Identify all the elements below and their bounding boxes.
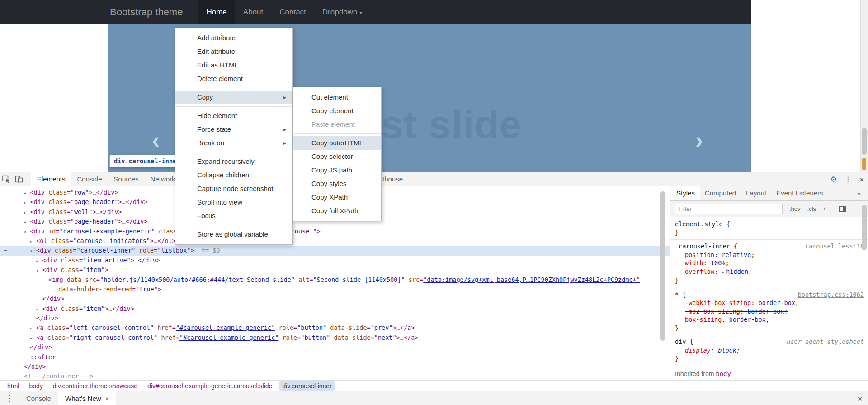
tree-row[interactable]: data-holder-rendered="true"> <box>0 285 670 294</box>
elements-scrollbar[interactable] <box>660 189 665 367</box>
node-link[interactable]: body <box>716 370 731 377</box>
close-drawer-icon[interactable]: × <box>857 394 863 403</box>
breadcrumb-item-body[interactable]: body <box>26 381 45 391</box>
sidebar-tab-styles[interactable]: Styles <box>671 186 700 200</box>
menu-item-scroll-into-view[interactable]: Scroll into view <box>175 195 292 209</box>
more-options-icon[interactable]: ⋮ <box>844 175 852 184</box>
menu-item-copy-outerhtml[interactable]: Copy outerHTML <box>293 136 381 150</box>
close-tab-icon[interactable]: × <box>105 391 109 405</box>
tree-row[interactable]: ▾<div id="carousel-example-generic" clas… <box>0 227 670 236</box>
collapsed-arrow-icon[interactable]: ▸ <box>30 237 36 246</box>
menu-item-store-as-global-variable[interactable]: Store as global variable <box>175 228 292 241</box>
css-property[interactable]: box-sizing: border-box; <box>675 315 857 324</box>
tree-row[interactable]: </div> <box>0 343 670 352</box>
css-property[interactable]: display: block; <box>675 346 857 355</box>
nav-item-home[interactable]: Home <box>198 0 235 24</box>
settings-gear-icon[interactable]: ⚙ <box>830 175 837 184</box>
class-toggle-button[interactable]: .cls <box>807 205 816 212</box>
menu-item-copy-js-path[interactable]: Copy JS path <box>293 163 381 177</box>
menu-item-edit-attribute[interactable]: Edit attribute <box>175 45 292 58</box>
tree-row[interactable]: ▸<a class="right carousel-control" href=… <box>0 333 670 343</box>
carousel-next-icon[interactable]: › <box>695 127 703 154</box>
sidebar-tab-layout[interactable]: Layout <box>741 186 771 200</box>
collapsed-arrow-icon[interactable]: ▸ <box>24 208 30 217</box>
css-property[interactable]: overflow: ▸hidden; <box>675 267 857 277</box>
breadcrumb-item-html[interactable]: html <box>5 381 22 391</box>
menu-item-break-on[interactable]: Break on▸ <box>175 136 292 150</box>
new-style-rule-button[interactable]: + <box>823 205 826 212</box>
styles-scrollbar-thumb[interactable] <box>862 205 867 250</box>
close-devtools-icon[interactable]: × <box>859 175 864 184</box>
menu-item-hide-element[interactable]: Hide element <box>175 109 292 123</box>
collapsed-arrow-icon[interactable]: ▸ <box>36 256 42 266</box>
collapsed-arrow-icon[interactable]: ▸ <box>24 198 30 207</box>
drawer-menu-icon[interactable]: ⋮ <box>0 394 19 403</box>
tree-row[interactable]: ▸<div class="item">…</div> <box>0 304 670 314</box>
tree-row[interactable]: <!-- /container --> <box>0 372 670 380</box>
menu-item-delete-element[interactable]: Delete element <box>175 72 292 86</box>
css-property[interactable]: -webkit-box-sizing: border-box; <box>675 299 857 307</box>
navbar-brand[interactable]: Bootstrap theme <box>110 0 183 24</box>
css-property[interactable]: -moz-box-sizing: border-box; <box>675 307 857 316</box>
tree-row[interactable]: </div> <box>0 294 670 304</box>
drawer-tab-what-s-new[interactable]: What's New× <box>58 391 116 405</box>
tree-row[interactable]: ▸<div class="item active">…</div> <box>0 256 670 265</box>
stylesheet-link[interactable]: bootstrap.css:1062 <box>798 291 864 299</box>
css-property[interactable]: position: relative; <box>675 251 857 259</box>
nav-item-dropdown[interactable]: Dropdown▾ <box>314 0 371 24</box>
tree-row[interactable]: ::after <box>0 353 670 362</box>
toggle-sidebar-pane-icon[interactable] <box>839 206 846 212</box>
more-sidebar-tabs-icon[interactable]: » <box>857 190 861 197</box>
collapsed-arrow-icon[interactable]: ▸ <box>30 334 36 343</box>
menu-item-add-attribute[interactable]: Add attribute <box>175 31 292 45</box>
page-scrollbar-thumb[interactable] <box>862 128 867 155</box>
expand-shorthand-icon[interactable]: ▸ <box>722 270 724 275</box>
collapsed-arrow-icon[interactable]: ▸ <box>24 217 30 227</box>
expanded-arrow-icon[interactable]: ▾ <box>30 246 36 256</box>
menu-item-collapse-children[interactable]: Collapse children <box>175 168 292 182</box>
tree-row[interactable]: </div> <box>0 362 670 372</box>
menu-item-focus[interactable]: Focus <box>175 209 292 223</box>
menu-item-copy-xpath[interactable]: Copy XPath <box>293 191 381 204</box>
breadcrumb-item-div-carousel-example-generic-carousel-slide[interactable]: div#carousel-example-generic.carousel.sl… <box>145 381 275 391</box>
sidebar-tab-event-listeners[interactable]: Event Listeners <box>771 186 828 200</box>
device-toolbar-icon[interactable] <box>13 173 25 186</box>
styles-filter-input[interactable] <box>675 204 783 214</box>
expanded-arrow-icon[interactable]: ▾ <box>36 266 42 275</box>
menu-item-copy[interactable]: Copy▸ <box>175 91 292 104</box>
breadcrumb-item-div-carousel-inner[interactable]: div.carousel-inner <box>279 381 334 391</box>
tree-row[interactable]: ⋯▾<div class="carousel-inner" role="list… <box>0 246 670 255</box>
tree-row[interactable]: </div> <box>0 314 670 323</box>
carousel-prev-icon[interactable]: ‹ <box>152 127 160 154</box>
stylesheet-link[interactable]: carousel.less:18 <box>805 242 864 251</box>
menu-item-copy-styles[interactable]: Copy styles <box>293 177 381 191</box>
nav-item-contact[interactable]: Contact <box>271 0 314 24</box>
menu-item-copy-selector[interactable]: Copy selector <box>293 150 381 163</box>
collapsed-arrow-icon[interactable]: ▸ <box>36 305 42 314</box>
collapsed-arrow-icon[interactable]: ▸ <box>24 188 30 198</box>
menu-item-cut-element[interactable]: Cut element <box>293 91 381 104</box>
tree-row[interactable]: ▾<div class="item"> <box>0 265 670 275</box>
page-scrollbar[interactable] <box>860 0 868 172</box>
breadcrumb-item-div-container-theme-showcase[interactable]: div.container.theme-showcase <box>50 381 140 391</box>
css-property[interactable]: width: 100%; <box>675 259 857 267</box>
tab-sources[interactable]: Sources <box>108 172 145 186</box>
tree-row[interactable]: ▸<a class="left carousel-control" href="… <box>0 323 670 333</box>
tab-elements[interactable]: Elements <box>31 172 71 186</box>
menu-item-edit-as-html[interactable]: Edit as HTML <box>175 58 292 72</box>
menu-item-force-state[interactable]: Force state▸ <box>175 123 292 136</box>
sidebar-tab-computed[interactable]: Computed <box>700 186 741 200</box>
tree-row[interactable]: ▸<ol class="carousel-indicators">…</ol> <box>0 236 670 246</box>
elements-scrollbar-thumb[interactable] <box>660 191 665 341</box>
expanded-arrow-icon[interactable]: ▾ <box>24 227 30 237</box>
menu-item-copy-full-xpath[interactable]: Copy full XPath <box>293 204 381 218</box>
inspect-element-icon[interactable] <box>0 173 13 186</box>
collapsed-arrow-icon[interactable]: ▸ <box>30 324 36 333</box>
tab-console[interactable]: Console <box>71 172 108 186</box>
menu-item-capture-node-screenshot[interactable]: Capture node screenshot <box>175 182 292 195</box>
drawer-tab-console[interactable]: Console <box>19 391 58 405</box>
row-more-icon[interactable]: ⋯ <box>4 246 7 255</box>
menu-item-copy-element[interactable]: Copy element <box>293 104 381 118</box>
pseudo-class-button[interactable]: :hov <box>789 205 801 212</box>
nav-item-about[interactable]: About <box>235 0 271 24</box>
